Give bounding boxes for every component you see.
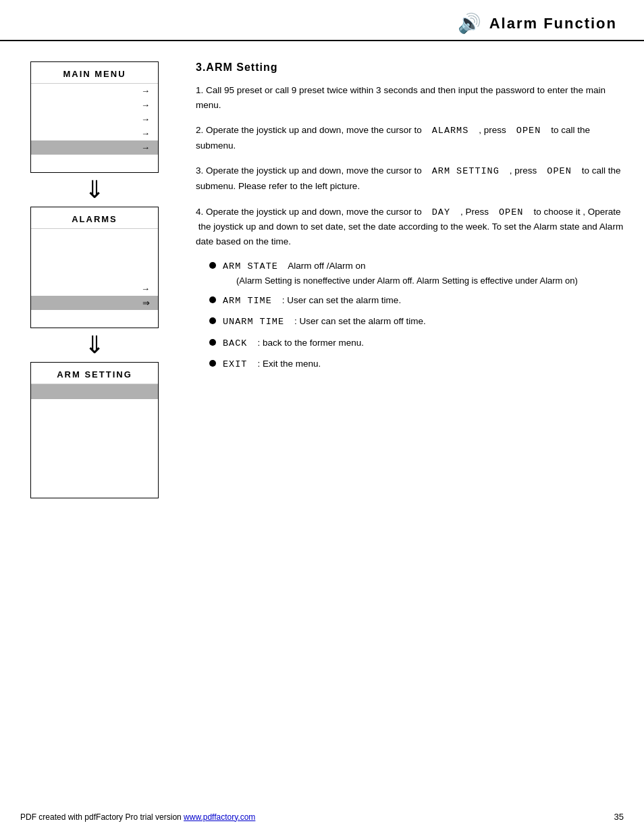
menu-item: [31, 399, 158, 414]
menu-item: →: [31, 126, 158, 140]
down-arrow-1: ⇓: [84, 173, 105, 207]
page-title: Alarm Function: [489, 15, 617, 32]
menu-item: →: [31, 282, 158, 296]
footer-link[interactable]: www.pdffactory.com: [184, 812, 255, 822]
bullet-text-back: BACK : back to the former menu.: [223, 336, 624, 350]
menu-item: [31, 444, 158, 459]
section-title: 3.ARM Setting: [196, 61, 624, 74]
menu-item: →: [31, 112, 158, 126]
arrow-icon: →: [141, 100, 150, 110]
list-item-arm-state: ARM STATE Alarm off /Alarm on (Alarm Set…: [209, 259, 624, 287]
menu-item-highlighted: [31, 384, 158, 399]
alarms-box: ALARMS → ⇒: [30, 207, 159, 328]
paragraph-3: 3. Operate the joystick up and down, mov…: [196, 163, 624, 193]
double-arrow-icon: ⇒: [142, 298, 150, 308]
list-item-back: BACK : back to the former menu.: [209, 336, 624, 350]
bullet-dot: [209, 296, 216, 303]
menu-item-highlighted: ⇒: [31, 296, 158, 310]
main-menu-title: MAIN MENU: [31, 66, 158, 84]
arrow-icon: →: [141, 114, 150, 124]
alarms-title: ALARMS: [31, 211, 158, 229]
bullet-dot: [209, 360, 216, 367]
alarm-icon: 🔊: [458, 12, 481, 34]
bullet-text-arm-state: ARM STATE Alarm off /Alarm on (Alarm Set…: [223, 259, 624, 287]
bullet-text-arm-time: ARM TIME : User can set the alarm time.: [223, 294, 624, 308]
arrow-icon: →: [141, 142, 150, 153]
page-number: 35: [614, 812, 624, 822]
left-diagrams: MAIN MENU → → → → → ⇓ ALARMS → ⇒ ⇓: [20, 61, 169, 498]
bullet-text-exit: EXIT : Exit the menu.: [223, 357, 624, 371]
bullet-dot: [209, 317, 216, 324]
menu-item: →: [31, 84, 158, 98]
menu-item-highlighted: →: [31, 140, 158, 155]
menu-item: [31, 264, 158, 282]
paragraph-2: 2. Operate the joystick up and down, mov…: [196, 123, 624, 153]
main-content: MAIN MENU → → → → → ⇓ ALARMS → ⇒ ⇓: [0, 48, 644, 519]
menu-item: [31, 414, 158, 429]
paragraph-1: 1. Call 95 preset or call 9 preset twice…: [196, 83, 624, 112]
arrow-icon: →: [141, 284, 150, 294]
page-header: 🔊 Alarm Function: [0, 0, 644, 41]
arrow-icon: →: [141, 86, 150, 96]
right-content: 3.ARM Setting 1. Call 95 preset or call …: [189, 61, 624, 498]
arm-setting-box: ARM SETTING: [30, 362, 159, 498]
down-arrow-icon: ⇓: [84, 331, 105, 359]
page-footer: PDF created with pdfFactory Pro trial ve…: [0, 812, 644, 822]
menu-item: [31, 229, 158, 246]
footer-text: PDF created with pdfFactory Pro trial ve…: [20, 812, 255, 822]
bullet-list: ARM STATE Alarm off /Alarm on (Alarm Set…: [196, 259, 624, 371]
list-item-arm-time: ARM TIME : User can set the alarm time.: [209, 294, 624, 308]
bullet-dot: [209, 262, 216, 269]
bullet-text-unarm-time: UNARM TIME : User can set the alarm off …: [223, 315, 624, 329]
down-arrow-icon: ⇓: [84, 176, 105, 204]
down-arrow-2: ⇓: [84, 328, 105, 362]
list-item-exit: EXIT : Exit the menu.: [209, 357, 624, 371]
arrow-icon: →: [141, 128, 150, 138]
main-menu-box: MAIN MENU → → → → →: [30, 61, 159, 173]
menu-item: [31, 246, 158, 264]
arm-setting-title: ARM SETTING: [31, 367, 158, 384]
paragraph-4: 4. Operate the joystick up and down, mov…: [196, 205, 624, 249]
menu-item: →: [31, 98, 158, 112]
menu-item: [31, 429, 158, 444]
menu-item: [31, 459, 158, 473]
bullet-dot: [209, 339, 216, 346]
list-item-unarm-time: UNARM TIME : User can set the alarm off …: [209, 315, 624, 329]
